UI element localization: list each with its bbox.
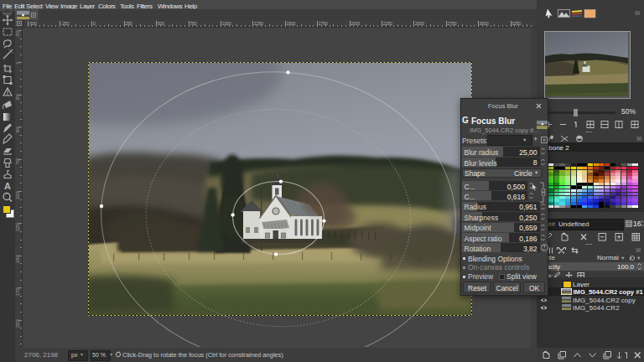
svg-text:A: A bbox=[4, 181, 11, 191]
